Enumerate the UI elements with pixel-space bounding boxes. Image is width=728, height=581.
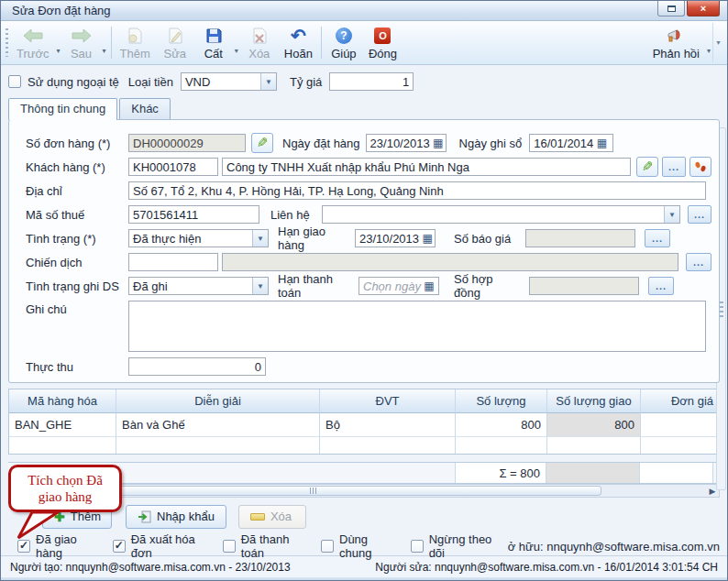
revenue-status-dropdown-icon[interactable]: ▼ <box>252 278 268 294</box>
order-date-input[interactable]: 23/10/2013 ▦ <box>366 134 447 152</box>
address-input[interactable]: Số 67, Tổ 2, Khu 4, P. Hồng Hải, TP. Hạ … <box>128 181 706 200</box>
campaign-lookup-button[interactable]: ... <box>686 253 711 271</box>
exchange-rate-input[interactable]: 1 <box>329 72 414 91</box>
pencil-icon: ✎ <box>642 159 654 175</box>
cell-item-code[interactable]: BAN_GHE <box>9 413 116 437</box>
delivery-due-value: 23/10/2013 <box>359 232 419 246</box>
customer-code-input[interactable]: KH0001078 <box>128 158 218 176</box>
contract-number-input[interactable] <box>529 277 639 295</box>
calendar-icon[interactable]: ▦ <box>419 232 436 245</box>
next-button[interactable]: Sau <box>62 23 101 62</box>
feedback-dropdown-icon[interactable]: ▾ <box>707 30 711 55</box>
tax-code-input[interactable]: 5701561411 <box>128 205 259 224</box>
close-window-button[interactable]: × <box>687 1 720 16</box>
empty-cell <box>116 437 320 454</box>
quote-lookup-button[interactable]: ... <box>645 229 670 247</box>
use-foreign-currency-label: Sử dụng ngoại tệ <box>28 75 119 89</box>
edit-order-number-button[interactable]: ✎ <box>251 133 273 153</box>
shared-checkbox[interactable] <box>321 540 334 553</box>
next-dropdown-icon[interactable]: ▾ <box>103 30 106 55</box>
column-header-quantity[interactable]: Số lượng <box>456 389 547 413</box>
toolbar-separator <box>111 27 112 59</box>
add-button[interactable]: Thêm <box>115 23 156 62</box>
note-textarea[interactable] <box>128 301 706 352</box>
order-number-input[interactable]: DH00000029 <box>128 134 246 152</box>
flag-paid[interactable]: Đã thanh toán <box>223 532 301 560</box>
grid-import-button[interactable]: Nhập khẩu <box>126 505 226 529</box>
currency-dropdown-icon[interactable]: ▼ <box>260 73 276 90</box>
flag-invoiced[interactable]: Đã xuất hóa đơn <box>113 532 203 560</box>
cell-description[interactable]: Bàn và Ghế <box>116 413 320 437</box>
column-header-qty-delivered[interactable]: Số lượng giao <box>547 389 641 413</box>
tab-other[interactable]: Khác <box>119 98 171 119</box>
feedback-label: Phản hồi <box>653 47 700 60</box>
cell-unit[interactable]: Bộ <box>320 413 456 437</box>
back-arrow-icon <box>23 26 43 46</box>
quote-number-input[interactable] <box>525 229 635 247</box>
column-header-item-code[interactable]: Mã hàng hóa <box>9 389 116 413</box>
contact-select[interactable]: ▼ <box>322 205 680 224</box>
column-header-unit[interactable]: ĐVT <box>320 389 456 413</box>
stop-tracking-checkbox[interactable] <box>411 540 424 553</box>
revenue-status-select[interactable]: Đã ghi ▼ <box>128 277 269 295</box>
empty-cell <box>320 437 456 454</box>
sum-qty-delivered <box>546 463 640 483</box>
save-label: Cất <box>204 47 223 60</box>
calendar-icon[interactable]: ▦ <box>430 137 447 149</box>
back-dropdown-icon[interactable]: ▾ <box>57 30 61 55</box>
save-button[interactable]: Cất <box>194 23 233 62</box>
status-dropdown-icon[interactable]: ▼ <box>252 230 268 247</box>
contact-lookup-button[interactable]: ... <box>688 205 711 224</box>
help-button[interactable]: ? Giúp <box>325 23 363 62</box>
back-button[interactable]: Trước <box>11 23 55 62</box>
customer-trace-button[interactable] <box>689 157 711 177</box>
edit-customer-button[interactable]: ✎ <box>636 157 658 177</box>
paid-checkbox[interactable] <box>223 540 236 553</box>
toolbar-overflow-button[interactable]: ▾ <box>712 23 723 62</box>
flag-stop-tracking[interactable]: Ngừng theo dõi <box>411 532 495 560</box>
column-header-description[interactable]: Diễn giải <box>116 389 320 413</box>
delivered-checkbox[interactable] <box>17 540 30 553</box>
payment-due-input[interactable]: Chọn ngày ▦ <box>358 277 439 295</box>
general-info-panel: Số đơn hàng (*) DH00000029 ✎ Ngày đặt hà… <box>8 119 720 383</box>
restore-button[interactable] <box>657 1 685 16</box>
grid-delete-button[interactable]: Xóa <box>238 505 306 529</box>
payment-due-placeholder: Chọn ngày <box>363 280 421 293</box>
delete-button[interactable]: Xóa <box>240 23 279 62</box>
cell-quantity[interactable]: 800 <box>456 413 547 437</box>
add-page-icon <box>127 26 142 46</box>
flags-row: Đã giao hàng Đã xuất hóa đơn Đã thanh to… <box>8 537 720 555</box>
column-header-unit-price[interactable]: Đơn giá <box>641 389 719 413</box>
tax-code-label: Mã số thuế <box>18 208 128 222</box>
table-row[interactable]: BAN_GHE Bàn và Ghế Bộ 800 800 <box>9 413 719 437</box>
calendar-icon[interactable]: ▦ <box>593 137 610 149</box>
line-items-grid: Mã hàng hóa Diễn giải ĐVT Số lượng Số lư… <box>8 389 720 455</box>
undo-button[interactable]: ↶ Hoãn <box>279 23 318 62</box>
close-label: Đóng <box>369 47 397 60</box>
flag-shared[interactable]: Dùng chung <box>321 532 391 560</box>
edit-button[interactable]: Sửa <box>156 23 194 62</box>
customer-lookup-button[interactable]: ... <box>662 157 686 177</box>
cell-unit-price[interactable] <box>641 413 719 437</box>
campaign-name-input[interactable] <box>222 253 678 271</box>
actual-receipt-input[interactable]: 0 <box>128 357 266 376</box>
invoiced-checkbox[interactable] <box>113 540 126 553</box>
next-label: Sau <box>71 47 92 60</box>
delete-page-icon <box>252 26 267 46</box>
status-select[interactable]: Đã thực hiện ▼ <box>128 229 269 247</box>
use-foreign-currency-checkbox[interactable] <box>8 75 21 88</box>
save-dropdown-icon[interactable]: ▾ <box>235 30 238 55</box>
contract-lookup-button[interactable]: ... <box>648 277 674 295</box>
customer-name-input[interactable]: Công ty TNHH Xuất nhập khẩu Phú Minh Nga <box>222 158 631 176</box>
currency-select[interactable]: VND ▼ <box>181 72 277 91</box>
tab-general[interactable]: Thông tin chung <box>8 98 117 120</box>
order-number-label: Số đơn hàng (*) <box>18 137 128 150</box>
delivery-due-input[interactable]: 23/10/2013 ▦ <box>355 229 436 247</box>
close-form-button[interactable]: O Đóng <box>363 23 403 62</box>
campaign-code-input[interactable] <box>128 253 218 271</box>
contact-dropdown-icon[interactable]: ▼ <box>664 206 679 223</box>
feedback-button[interactable]: Phản hồi <box>647 23 705 62</box>
posting-date-input[interactable]: 16/01/2014 ▦ <box>529 134 613 152</box>
delivery-due-label: Hạn giao hàng <box>278 225 355 252</box>
calendar-icon[interactable]: ▦ <box>421 280 437 292</box>
